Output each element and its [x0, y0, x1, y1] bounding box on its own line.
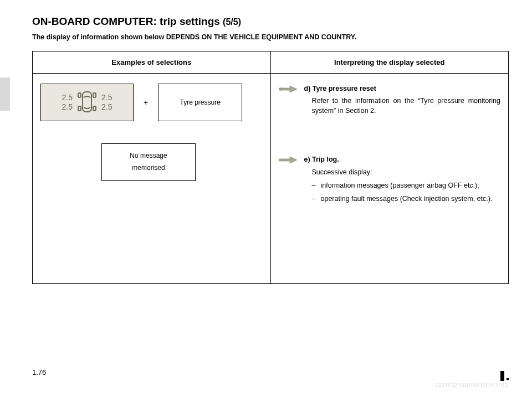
title-main: ON-BOARD COMPUTER: trip settings [32, 15, 223, 27]
tp-rr: 2.5 [101, 102, 112, 112]
arrow-icon [279, 85, 298, 94]
section-tab [0, 77, 10, 111]
entry-e-body: e) Trip log. Successive display: informa… [304, 154, 501, 204]
entry-e-sub: Successive display: [304, 167, 501, 177]
settings-table: Examples of selections Interpreting the … [32, 51, 509, 284]
entry-e-lead: e) Trip log. [304, 154, 501, 164]
car-icon [76, 89, 98, 117]
arrow-icon [279, 156, 298, 164]
entry-e-item1: information messages (passenger airbag O… [312, 180, 501, 190]
entry-d-lead: d) Tyre pressure reset [304, 84, 501, 94]
tyre-pressure-label: Tyre pressure [180, 99, 221, 106]
no-message-line1: No message [130, 152, 167, 161]
svg-rect-4 [93, 106, 96, 111]
footer-mark-icon [500, 371, 509, 381]
tp-fl: 2.5 [62, 93, 73, 103]
entry-e: e) Trip log. Successive display: informa… [279, 154, 501, 204]
header-examples: Examples of selections [33, 51, 271, 74]
svg-rect-3 [78, 106, 81, 111]
page-content: ON-BOARD COMPUTER: trip settings (5/5) T… [0, 0, 532, 284]
tyre-values-left: 2.5 2.5 [62, 93, 73, 112]
no-message-box: No message memorised [101, 143, 196, 181]
page-number: 1.76 [32, 368, 46, 376]
entry-d-body: d) Tyre pressure reset Refer to the info… [304, 84, 501, 116]
tp-fr: 2.5 [101, 93, 112, 103]
svg-rect-2 [93, 93, 96, 97]
tyre-pressure-row: 2.5 2.5 [40, 84, 263, 121]
header-interpreting: Interpreting the display selected [270, 51, 509, 74]
no-message-line2: memorised [132, 164, 165, 173]
tyre-pressure-display: 2.5 2.5 [40, 84, 134, 121]
entry-e-list: information messages (passenger airbag O… [304, 180, 501, 204]
interpreting-cell: d) Tyre pressure reset Refer to the info… [270, 74, 509, 284]
entry-d: d) Tyre pressure reset Refer to the info… [279, 84, 501, 116]
entry-e-item2: operating fault messages (Check injectio… [312, 194, 501, 204]
entry-d-desc: Refer to the information on the “Tyre pr… [304, 96, 501, 116]
svg-rect-1 [78, 93, 81, 97]
watermark: carmanualsonline.info [435, 380, 509, 389]
plus-sign: + [139, 98, 152, 107]
tyre-pressure-label-box: Tyre pressure [158, 84, 242, 121]
examples-cell: 2.5 2.5 [33, 74, 271, 284]
title-sub: (5/5) [223, 17, 241, 27]
equipment-notice: The display of information shown below D… [32, 33, 509, 41]
tyre-values-right: 2.5 2.5 [101, 93, 112, 112]
page-title: ON-BOARD COMPUTER: trip settings (5/5) [32, 15, 509, 28]
tp-rl: 2.5 [62, 102, 73, 112]
